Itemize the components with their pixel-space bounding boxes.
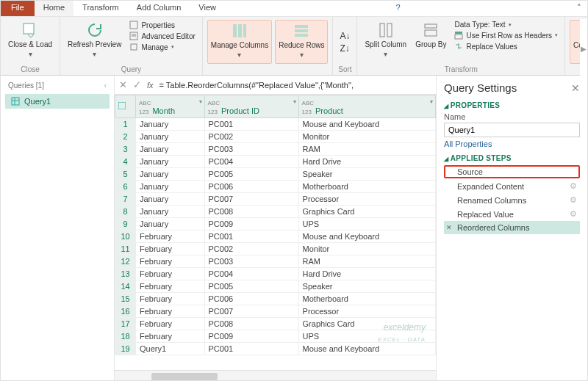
svg-rect-4: [233, 24, 237, 37]
name-label: Name: [444, 112, 580, 121]
row-number[interactable]: 3: [115, 143, 136, 156]
tab-transform[interactable]: Transform: [74, 1, 128, 16]
svg-rect-9: [295, 34, 308, 37]
table-row[interactable]: 10FebruaryPC001Mouse and Keyboard: [115, 231, 436, 243]
table-row[interactable]: 16FebruaryPC007Processor: [115, 305, 436, 318]
row-number[interactable]: 14: [115, 280, 136, 293]
table-row[interactable]: 14FebruaryPC005Speaker: [115, 280, 436, 293]
close-icon[interactable]: ✕: [571, 82, 580, 94]
row-number[interactable]: 17: [115, 318, 136, 330]
svg-rect-15: [455, 35, 462, 39]
first-row-headers-button[interactable]: Use First Row as Headers ▾: [452, 30, 560, 40]
table-row[interactable]: 17FebruaryPC008Graphics Card: [115, 318, 436, 330]
table-row[interactable]: 18FebruaryPC009UPS: [115, 330, 436, 343]
corner-cell[interactable]: [115, 95, 136, 118]
step-source[interactable]: Source: [444, 165, 580, 178]
replace-values-button[interactable]: Replace Values: [452, 41, 560, 51]
table-row[interactable]: 4JanuaryPC004Hard Drive: [115, 156, 436, 168]
data-type-button[interactable]: Data Type: Text ▾: [452, 20, 560, 29]
svg-rect-0: [24, 23, 34, 34]
row-number[interactable]: 2: [115, 131, 136, 143]
ribbon-scroll-right[interactable]: ▶: [580, 19, 587, 79]
help-icon[interactable]: ?: [390, 1, 406, 16]
table-row[interactable]: 13FebruaryPC004Hard Drive: [115, 268, 436, 280]
row-number[interactable]: 5: [115, 168, 136, 181]
sort-desc-button[interactable]: Z↓: [337, 43, 352, 54]
sort-asc-button[interactable]: A↓: [337, 30, 352, 42]
query-name-input[interactable]: [444, 123, 580, 137]
horizontal-scrollbar[interactable]: [115, 370, 436, 381]
formula-cancel-icon[interactable]: ✕: [119, 79, 127, 90]
col-product[interactable]: ABC123 Product▾: [298, 95, 435, 118]
group-sort: Sort: [337, 64, 352, 73]
query-item[interactable]: Query1: [5, 94, 110, 109]
manage-columns-button[interactable]: Manage Columns▾: [207, 20, 272, 64]
ribbon: Close & Load▾ Close Refresh Preview▾ Pro…: [1, 17, 587, 76]
table-row[interactable]: 19Query1PC001Mouse and Keyboard: [115, 343, 436, 355]
tab-add-column[interactable]: Add Column: [128, 1, 190, 16]
row-number[interactable]: 8: [115, 206, 136, 218]
split-column-button[interactable]: Split Column▾: [362, 20, 409, 64]
table-row[interactable]: 5JanuaryPC005Speaker: [115, 168, 436, 181]
table-row[interactable]: 15FebruaryPC006Motherboard: [115, 293, 436, 305]
manage-button[interactable]: Manage ▾: [127, 42, 197, 52]
row-number[interactable]: 15: [115, 293, 136, 305]
table-row[interactable]: 1JanuaryPC001Mouse and Keyboard: [115, 118, 436, 131]
collapse-ribbon-icon[interactable]: ˄: [571, 1, 587, 16]
all-properties-link[interactable]: All Properties: [444, 139, 580, 148]
refresh-preview-button[interactable]: Refresh Preview▾: [65, 20, 124, 64]
properties-header[interactable]: PROPERTIES: [444, 101, 580, 109]
row-number[interactable]: 6: [115, 181, 136, 193]
svg-rect-3: [131, 44, 137, 50]
svg-rect-8: [295, 29, 308, 32]
tab-view[interactable]: View: [190, 1, 225, 16]
table-row[interactable]: 2JanuaryPC002Monitor: [115, 131, 436, 143]
fx-icon[interactable]: fx: [147, 81, 154, 90]
row-number[interactable]: 11: [115, 243, 136, 255]
table-row[interactable]: 3JanuaryPC003RAM: [115, 143, 436, 156]
group-by-button[interactable]: Group By: [412, 20, 449, 64]
row-number[interactable]: 4: [115, 156, 136, 168]
row-number[interactable]: 12: [115, 255, 136, 268]
table-row[interactable]: 8JanuaryPC008Graphics Card: [115, 206, 436, 218]
svg-rect-13: [425, 30, 437, 36]
table-row[interactable]: 12FebruaryPC003RAM: [115, 255, 436, 268]
row-number[interactable]: 19: [115, 343, 136, 355]
file-tab[interactable]: File: [1, 1, 35, 16]
advanced-editor-button[interactable]: Advanced Editor: [127, 31, 197, 41]
close-load-button[interactable]: Close & Load▾: [5, 20, 55, 64]
col-month[interactable]: ABC123 Month▾: [136, 95, 205, 118]
tab-home[interactable]: Home: [35, 1, 74, 16]
reduce-rows-button[interactable]: Reduce Rows▾: [275, 20, 328, 64]
step-replaced-value[interactable]: Replaced Value⚙: [444, 207, 580, 221]
step-reordered-columns[interactable]: Reordered Columns: [444, 221, 580, 234]
svg-rect-7: [295, 25, 308, 28]
table-row[interactable]: 9JanuaryPC009UPS: [115, 218, 436, 231]
formula-accept-icon[interactable]: ✓: [133, 79, 141, 90]
row-number[interactable]: 9: [115, 218, 136, 231]
query-settings-pane: Query Settings✕ PROPERTIES Name All Prop…: [437, 76, 587, 381]
svg-rect-25: [118, 102, 126, 109]
col-product-id[interactable]: ABC123 Product ID▾: [204, 95, 298, 118]
formula-text[interactable]: = Table.ReorderColumns(#"Replaced Value"…: [159, 81, 354, 90]
row-number[interactable]: 10: [115, 231, 136, 243]
row-number[interactable]: 13: [115, 268, 136, 280]
applied-steps-header[interactable]: APPLIED STEPS: [444, 154, 580, 162]
svg-rect-11: [387, 23, 392, 37]
row-number[interactable]: 7: [115, 193, 136, 206]
gear-icon[interactable]: ⚙: [570, 209, 577, 219]
properties-button[interactable]: Properties: [127, 20, 197, 30]
row-number[interactable]: 18: [115, 330, 136, 343]
gear-icon[interactable]: ⚙: [570, 195, 577, 205]
step-renamed-columns[interactable]: Renamed Columns⚙: [444, 193, 580, 207]
group-transform: Transform: [362, 64, 560, 73]
table-row[interactable]: 7JanuaryPC007Processor: [115, 193, 436, 206]
step-expanded-content[interactable]: Expanded Content⚙: [444, 179, 580, 193]
data-grid[interactable]: ABC123 Month▾ ABC123 Product ID▾ ABC123 …: [115, 95, 436, 370]
table-row[interactable]: 6JanuaryPC006Motherboard: [115, 181, 436, 193]
table-row[interactable]: 11FebruaryPC002Monitor: [115, 243, 436, 255]
row-number[interactable]: 16: [115, 305, 136, 318]
gear-icon[interactable]: ⚙: [570, 181, 577, 191]
row-number[interactable]: 1: [115, 118, 136, 131]
queries-title[interactable]: Queries [1] ‹: [5, 80, 110, 94]
